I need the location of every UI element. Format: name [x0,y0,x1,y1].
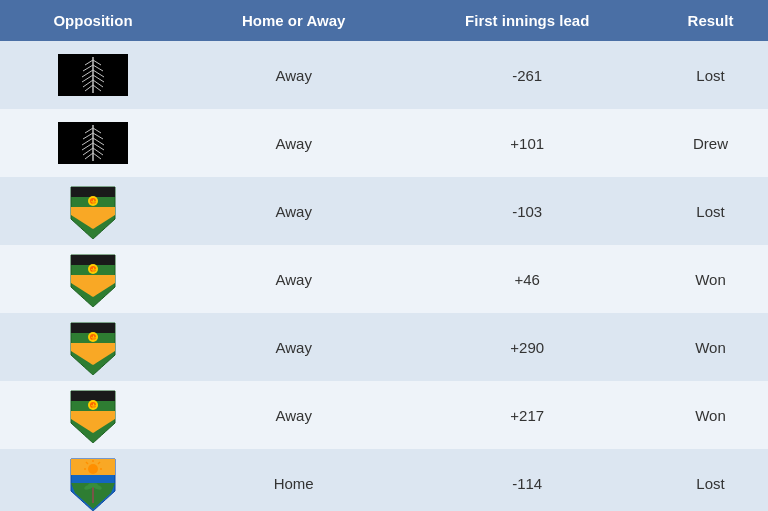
team-emblem-wi [10,457,176,509]
opposition-cell [0,449,186,511]
result-cell: Drew [653,109,768,177]
svg-point-44 [88,464,98,474]
table-row: ⚜ Away +290 Won [0,313,768,381]
col-header-first-innings: First innings lead [401,0,653,41]
col-header-result: Result [653,0,768,41]
table-row: ⚜ Away +46 Won [0,245,768,313]
col-header-opposition: Opposition [0,0,186,41]
home-away-cell: Away [186,313,401,381]
table-row: Away -261 Lost [0,41,768,109]
svg-text:⚜: ⚜ [90,266,97,275]
table-row: ⚜ Away +217 Won [0,381,768,449]
result-cell: Lost [653,177,768,245]
home-away-cell: Home [186,449,401,511]
home-away-cell: Away [186,41,401,109]
svg-point-43 [88,483,98,487]
opposition-cell [0,109,186,177]
home-away-cell: Away [186,109,401,177]
result-cell: Won [653,313,768,381]
team-emblem-sa: ⚜ [10,253,176,305]
home-away-cell: Away [186,381,401,449]
first-innings-lead-cell: +46 [401,245,653,313]
first-innings-lead-cell: +101 [401,109,653,177]
svg-text:⚜: ⚜ [90,198,97,207]
first-innings-lead-cell: -261 [401,41,653,109]
table-row: ⚜ Away -103 Lost [0,177,768,245]
result-cell: Won [653,381,768,449]
result-cell: Won [653,245,768,313]
svg-text:⚜: ⚜ [90,334,97,343]
home-away-cell: Away [186,245,401,313]
first-innings-lead-cell: -103 [401,177,653,245]
opposition-cell: ⚜ [0,313,186,381]
team-emblem-sa: ⚜ [10,321,176,373]
svg-text:⚜: ⚜ [90,402,97,411]
opposition-cell [0,41,186,109]
col-header-home-away: Home or Away [186,0,401,41]
team-emblem-nz [10,117,176,169]
opposition-cell: ⚜ [0,245,186,313]
first-innings-lead-cell: +290 [401,313,653,381]
team-emblem-sa: ⚜ [10,389,176,441]
team-emblem-sa: ⚜ [10,185,176,237]
opposition-cell: ⚜ [0,381,186,449]
team-emblem-nz [10,49,176,101]
home-away-cell: Away [186,177,401,245]
first-innings-lead-cell: -114 [401,449,653,511]
opposition-cell: ⚜ [0,177,186,245]
table-row: Away +101 Drew [0,109,768,177]
result-cell: Lost [653,449,768,511]
table-row: Home -114 Lost [0,449,768,511]
first-innings-lead-cell: +217 [401,381,653,449]
result-cell: Lost [653,41,768,109]
cricket-stats-table: Opposition Home or Away First innings le… [0,0,768,511]
